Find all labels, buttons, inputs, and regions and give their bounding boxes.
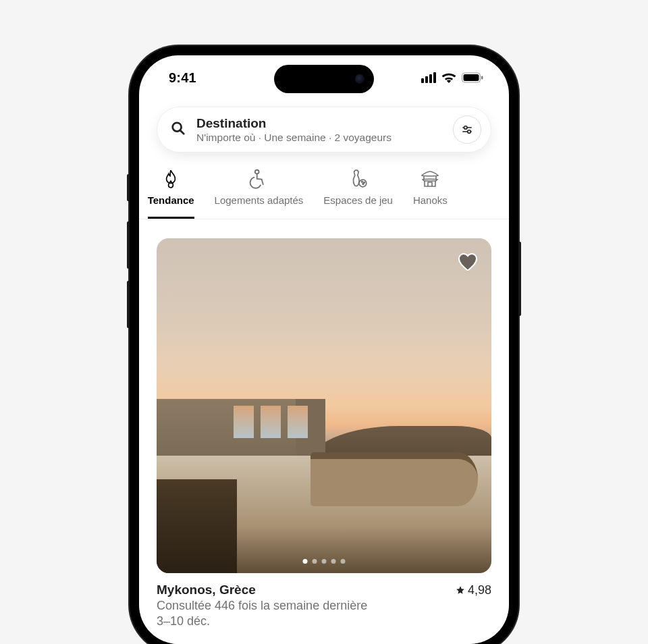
category-tab-play[interactable]: Espaces de jeu <box>323 169 393 219</box>
carousel-dot <box>303 559 308 564</box>
svg-rect-2 <box>481 76 483 80</box>
phone-side-buttons-left <box>127 174 130 340</box>
carousel-dot <box>313 559 317 564</box>
wifi-icon <box>441 72 456 83</box>
category-tab-trending[interactable]: Tendance <box>148 169 194 219</box>
listing-rating: 4,98 <box>456 583 491 597</box>
dynamic-island <box>274 65 374 93</box>
listing-photo-carousel[interactable] <box>157 238 491 573</box>
hanok-icon <box>421 169 439 189</box>
category-label: Tendance <box>148 194 194 206</box>
carousel-dot <box>341 559 346 564</box>
category-tabs[interactable]: de Tendance Logements adaptés <box>139 169 509 219</box>
category-label: Hanoks <box>413 194 448 206</box>
svg-rect-1 <box>464 74 479 81</box>
listing-views: Consultée 446 fois la semaine dernière <box>157 599 491 613</box>
phone-side-button-right <box>518 242 521 316</box>
filter-button[interactable] <box>453 115 481 144</box>
svg-point-6 <box>464 126 468 130</box>
search-subtitle: N'importe où · Une semaine · 2 voyageurs <box>196 132 442 144</box>
svg-point-9 <box>255 170 259 174</box>
star-icon <box>456 585 465 595</box>
svg-point-8 <box>468 130 471 134</box>
svg-line-4 <box>180 130 184 134</box>
svg-point-12 <box>363 182 364 184</box>
bowling-icon <box>349 169 368 189</box>
svg-point-11 <box>361 181 362 182</box>
cellular-signal-icon <box>421 72 436 83</box>
carousel-dots <box>303 559 346 564</box>
category-tab-hanoks[interactable]: Hanoks <box>413 169 448 219</box>
battery-icon <box>462 72 483 83</box>
sliders-icon <box>461 124 473 136</box>
flame-icon <box>161 169 180 189</box>
listing-card[interactable]: Mykonos, Grèce 4,98 Consultée 446 fois l… <box>157 238 491 628</box>
search-icon <box>171 121 186 138</box>
category-tab-adapted[interactable]: Logements adaptés <box>215 169 304 219</box>
carousel-dot <box>322 559 327 564</box>
rating-value: 4,98 <box>468 583 491 597</box>
phone-frame: 9:41 Destination N'impo <box>130 46 518 644</box>
carousel-dot <box>331 559 336 564</box>
wheelchair-icon <box>249 169 268 189</box>
phone-screen: 9:41 Destination N'impo <box>139 55 509 644</box>
category-label: Espaces de jeu <box>323 194 393 206</box>
listing-dates: 3–10 déc. <box>157 614 491 628</box>
category-label: Logements adaptés <box>215 194 304 206</box>
front-camera-icon <box>355 74 364 84</box>
favorite-button[interactable] <box>455 249 481 275</box>
listing-title: Mykonos, Grèce <box>157 583 256 597</box>
heart-icon <box>457 251 479 273</box>
status-indicators <box>421 72 483 83</box>
search-title: Destination <box>196 116 442 131</box>
svg-point-13 <box>362 184 364 185</box>
status-time: 9:41 <box>169 70 196 86</box>
search-bar[interactable]: Destination N'importe où · Une semaine ·… <box>157 107 491 153</box>
